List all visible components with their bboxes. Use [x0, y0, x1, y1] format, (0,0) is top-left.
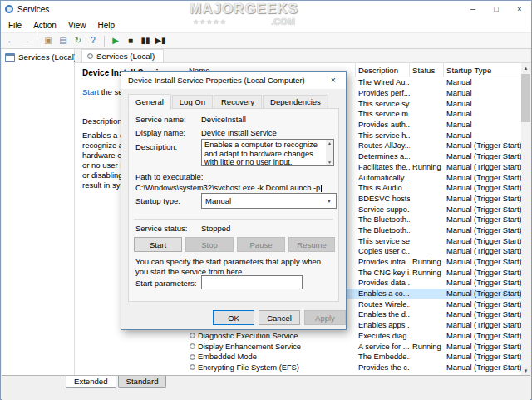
dialog-tab-recovery[interactable]: Recovery — [214, 95, 262, 109]
description-scrollbar[interactable]: ▲ ▼ — [326, 140, 333, 165]
start-parameters-input[interactable] — [201, 275, 303, 289]
scroll-up-icon[interactable]: ▲ — [521, 63, 530, 72]
forward-icon[interactable]: → — [19, 34, 32, 47]
description-textbox-value: Enables a computer to recognize and adap… — [204, 141, 318, 166]
table-row[interactable]: Encrypting File System (EFS) Provides th… — [186, 363, 521, 373]
service-description-cell: Routes AllJoy... — [356, 141, 410, 150]
service-description-cell: Executes diag... — [356, 332, 410, 340]
dialog-tab-dependencies[interactable]: Dependencies — [263, 95, 328, 109]
refresh-icon[interactable]: ↻ — [71, 34, 85, 47]
maximize-button[interactable]: □ — [485, 1, 508, 17]
service-description-cell: Provides auth... — [356, 121, 410, 129]
menu-file[interactable]: File — [2, 21, 27, 30]
service-description-cell: Provides data ... — [356, 279, 410, 287]
start-service-icon[interactable]: ▶ — [109, 34, 122, 47]
scroll-thumb[interactable] — [521, 74, 530, 122]
display-name-label: Display name: — [135, 128, 185, 137]
pause-button[interactable]: Pause — [237, 237, 285, 252]
column-header-status[interactable]: Status — [410, 63, 444, 77]
properties-icon[interactable]: ▤ — [57, 34, 70, 47]
service-description-cell: Enables the d... — [356, 310, 410, 319]
desc-scroll-down-icon[interactable]: ▼ — [328, 159, 332, 165]
service-startup-cell: Manual (Trigger Start) — [444, 184, 521, 192]
service-startup-cell: Manual (Trigger Start) — [444, 174, 521, 182]
bottom-tabs: ExtendedStandard — [2, 375, 530, 389]
service-startup-cell: Manual (Trigger Start) — [444, 300, 521, 309]
description-textbox[interactable]: Enables a computer to recognize and adap… — [201, 139, 334, 166]
start-button[interactable]: Start — [134, 237, 182, 252]
view-tab-standard[interactable]: Standard — [118, 376, 167, 388]
menu-help[interactable]: Help — [91, 21, 121, 30]
service-name-label: Service name: — [135, 115, 186, 124]
startup-type-value: Manual — [205, 196, 231, 205]
dialog-tab-general[interactable]: General — [128, 94, 171, 110]
service-startup-cell: Manual (Trigger Start) — [444, 321, 521, 329]
table-row[interactable]: Embedded Mode The Embedde... Manual (Tri… — [186, 352, 521, 363]
cancel-button[interactable]: Cancel — [259, 310, 300, 325]
startup-type-select[interactable]: Manual ▼ — [201, 193, 337, 209]
apply-button[interactable]: Apply — [304, 310, 346, 325]
chevron-down-icon[interactable]: ▼ — [323, 194, 336, 208]
tree-item-label: Services (Local) — [18, 52, 76, 62]
console-root-icon — [5, 53, 15, 62]
menu-view[interactable]: View — [62, 21, 92, 30]
start-parameters-help: You can specify the start parameters tha… — [135, 257, 335, 277]
service-name-value: DeviceInstall — [201, 115, 246, 124]
service-description-cell: Copies user c... — [356, 247, 410, 255]
service-gear-icon — [190, 364, 195, 370]
dialog-tab-log-on[interactable]: Log On — [172, 95, 213, 109]
service-name-cell: Embedded Mode — [186, 353, 356, 361]
window-title: Services — [17, 5, 49, 14]
column-header-description[interactable]: Description — [356, 63, 410, 77]
ok-button[interactable]: OK — [213, 310, 254, 325]
help-icon[interactable]: ? — [86, 34, 100, 47]
close-button[interactable]: × — [508, 1, 531, 17]
startup-type-label: Startup type: — [135, 196, 180, 205]
panel-tab-label: Services (Local) — [96, 52, 155, 61]
service-startup-cell: Manual (Trigger Start) — [444, 205, 521, 214]
desc-scroll-up-icon[interactable]: ▲ — [328, 140, 332, 146]
service-status-label: Service status: — [135, 224, 187, 233]
service-description-cell: Enables apps ... — [356, 321, 410, 329]
service-startup-cell: Manual (Trigger Start) — [444, 141, 521, 150]
service-status-cell: Running — [410, 258, 444, 266]
dialog-close-icon[interactable]: × — [321, 72, 346, 89]
pause-service-icon[interactable]: ▮▮ — [139, 34, 152, 47]
table-row[interactable]: Display Enhancement Service A service fo… — [186, 341, 521, 352]
service-description-cell: The Wired Au... — [356, 78, 410, 86]
start-service-link[interactable]: Start — [82, 87, 99, 96]
service-description-cell: A service for ... — [356, 343, 410, 351]
stop-service-icon[interactable]: ■ — [124, 34, 137, 47]
service-startup-cell: Manual (Trigger Start) — [444, 215, 521, 224]
title-bar: Services ─ □ × — [1, 1, 531, 17]
service-name-cell: Diagnostic Execution Service — [186, 332, 356, 340]
service-startup-cell: Manual (Trigger Start) — [444, 247, 521, 255]
bottom-strip — [2, 389, 530, 400]
tree-item-services-local[interactable]: Services (Local) — [2, 51, 74, 63]
service-name-text: Display Enhancement Service — [198, 343, 301, 351]
toolbar: ←→▣▤↻?▶■▮▮▶▮ — [1, 32, 531, 49]
scroll-down-icon[interactable]: ▼ — [521, 366, 530, 375]
service-status-cell: Running — [410, 163, 444, 171]
menu-bar: FileActionViewHelp — [1, 17, 531, 32]
list-scrollbar[interactable]: ▲ ▼ — [521, 63, 530, 375]
back-icon[interactable]: ← — [4, 34, 17, 47]
console-tree: Services (Local) — [2, 49, 75, 375]
view-tab-extended[interactable]: Extended — [66, 376, 116, 388]
column-header-startup-type[interactable]: Startup Type — [444, 63, 530, 77]
panel-tab-services-local[interactable]: Services (Local) — [81, 49, 164, 62]
service-startup-cell: Manual — [444, 131, 521, 140]
service-description-cell: The Bluetooth... — [356, 215, 410, 224]
minimize-button[interactable]: ─ — [461, 1, 485, 17]
section-divider — [134, 219, 333, 220]
table-row[interactable]: Diagnostic Execution Service Executes di… — [186, 331, 521, 342]
service-startup-cell: Manual (Trigger Start) — [444, 332, 521, 340]
resume-button[interactable]: Resume — [288, 237, 335, 252]
menu-action[interactable]: Action — [27, 21, 62, 30]
service-startup-cell: Manual (Trigger Start) — [444, 279, 521, 287]
service-description-cell: Facilitates the... — [356, 163, 410, 171]
show-hide-console-tree-icon[interactable]: ▣ — [42, 34, 55, 47]
service-startup-cell: Manual — [444, 78, 521, 86]
stop-button[interactable]: Stop — [185, 237, 234, 252]
restart-service-icon[interactable]: ▶▮ — [154, 34, 167, 47]
